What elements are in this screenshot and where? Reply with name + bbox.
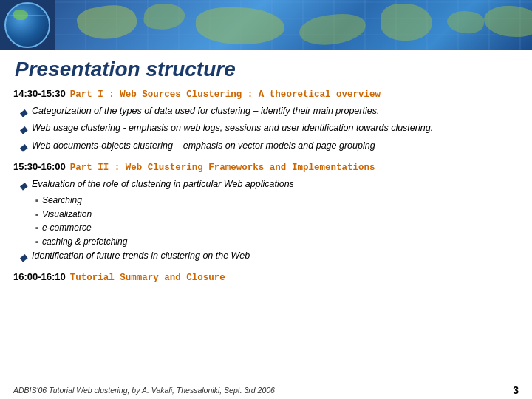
footer-citation: ADBIS'06 Tutorial Web clustering, by A. … bbox=[13, 386, 275, 395]
slide-content: 14:30-15:30 Part I : Web Sources Cluster… bbox=[0, 87, 532, 284]
bullet-text: Categorization of the types of data used… bbox=[32, 104, 519, 117]
list-item: ◆ Categorization of the types of data us… bbox=[19, 104, 519, 120]
header-banner bbox=[0, 0, 532, 50]
section2-bullets: ◆ Evaluation of the role of clustering i… bbox=[13, 177, 519, 265]
bullet-icon: ◆ bbox=[19, 178, 27, 193]
section1-block: 14:30-15:30 Part I : Web Sources Cluster… bbox=[13, 87, 519, 154]
page-number: 3 bbox=[513, 384, 519, 396]
bullet-icon: ◆ bbox=[19, 105, 27, 120]
bullet-text: Web usage clustering - emphasis on web l… bbox=[32, 121, 519, 134]
list-item: ◆ Evaluation of the role of clustering i… bbox=[19, 177, 519, 193]
section1-time: 14:30-15:30 bbox=[13, 87, 66, 101]
section2-topic: Part II : Web Clustering Frameworks and … bbox=[70, 161, 375, 174]
sub-bullets: ▪ Searching ▪ Visualization ▪ e-commerce… bbox=[19, 194, 519, 248]
sub-bullet-text: Searching bbox=[42, 194, 82, 207]
sub-bullet-icon: ▪ bbox=[35, 209, 38, 221]
list-item: ▪ Visualization bbox=[35, 208, 519, 221]
section1-topic: Part I : Web Sources Clustering : A theo… bbox=[70, 88, 381, 101]
section2-time: 15:30-16:00 bbox=[13, 160, 66, 174]
sub-bullet-icon: ▪ bbox=[35, 222, 38, 234]
list-item: ▪ Searching bbox=[35, 194, 519, 207]
list-item: ▪ caching & prefetching bbox=[35, 236, 519, 248]
bullet-text: Evaluation of the role of clustering in … bbox=[32, 177, 519, 191]
bullet-icon: ◆ bbox=[19, 122, 27, 137]
world-map bbox=[55, 0, 532, 50]
footer: ADBIS'06 Tutorial Web clustering, by A. … bbox=[0, 381, 532, 399]
list-item: ◆ Web usage clustering - emphasis on web… bbox=[19, 121, 519, 137]
sub-bullet-text: Visualization bbox=[42, 208, 92, 221]
bullet-text: Identification of future trends in clust… bbox=[32, 249, 519, 262]
section1-bullets: ◆ Categorization of the types of data us… bbox=[13, 104, 519, 154]
list-item: ◆ Identification of future trends in clu… bbox=[19, 249, 519, 265]
sub-bullet-text: e-commerce bbox=[42, 222, 92, 234]
bullet-icon: ◆ bbox=[19, 250, 27, 265]
sub-bullet-icon: ▪ bbox=[35, 236, 38, 248]
section1-heading: 14:30-15:30 Part I : Web Sources Cluster… bbox=[13, 87, 519, 101]
section3-topic: Tutorial Summary and Closure bbox=[70, 271, 225, 284]
sub-bullet-text: caching & prefetching bbox=[42, 236, 127, 248]
slide-title: Presentation structure bbox=[0, 50, 532, 87]
bullet-icon: ◆ bbox=[19, 140, 27, 154]
globe-icon bbox=[4, 2, 50, 48]
section3-time: 16:00-16:10 bbox=[13, 270, 66, 284]
bullet-text: Web documents-objects clustering – empha… bbox=[32, 139, 519, 152]
section2-block: 15:30-16:00 Part II : Web Clustering Fra… bbox=[13, 160, 519, 265]
list-item: ▪ e-commerce bbox=[35, 222, 519, 234]
section2-heading: 15:30-16:00 Part II : Web Clustering Fra… bbox=[13, 160, 519, 174]
list-item: ◆ Web documents-objects clustering – emp… bbox=[19, 139, 519, 154]
section3-heading: 16:00-16:10 Tutorial Summary and Closure bbox=[13, 270, 519, 284]
sub-bullet-icon: ▪ bbox=[35, 195, 38, 207]
section3-block: 16:00-16:10 Tutorial Summary and Closure bbox=[13, 270, 519, 284]
